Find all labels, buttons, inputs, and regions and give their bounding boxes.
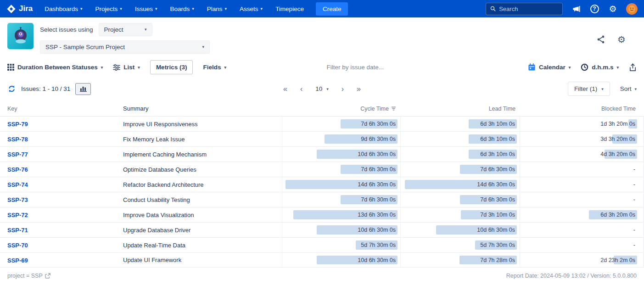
blocked-time-value: - — [633, 162, 635, 177]
jira-logo-icon — [6, 4, 16, 14]
report-settings-button[interactable]: ⚙ — [617, 35, 626, 44]
fields-dropdown[interactable]: Fields ▾ — [203, 64, 226, 71]
key-cell: SSP-73 — [0, 196, 123, 204]
filter-label: Filter (1) — [574, 85, 597, 92]
gear-icon: ⚙ — [609, 5, 616, 13]
issue-key-link[interactable]: SSP-77 — [7, 151, 28, 158]
lead-time-value: 7d 7h 28m 0s — [480, 253, 515, 267]
jira-logo[interactable]: Jira — [6, 4, 33, 14]
summary-cell: Refactor Backend Architecture — [123, 181, 282, 188]
cycle-time-value: 7d 6h 30m 0s — [361, 192, 396, 207]
share-button[interactable] — [596, 35, 605, 44]
sort-dropdown[interactable]: Sort ▾ — [620, 85, 637, 92]
prev-page-button[interactable]: ‹ — [300, 85, 302, 93]
cycle-time-value: 10d 6h 30m 0s — [358, 147, 396, 162]
lead-time-value: 10d 6h 30m 0s — [477, 223, 515, 237]
column-header-cycle-time: Cycle Time — [282, 106, 401, 112]
report-type-dropdown[interactable]: Duration Between Statuses ▾ — [7, 64, 103, 71]
issue-key-link[interactable]: SSP-78 — [7, 136, 28, 143]
search-input[interactable] — [499, 6, 558, 12]
lead-time-value: 7d 6h 30m 0s — [480, 162, 515, 177]
cycle-time-value: 14d 6h 30m 0s — [358, 177, 396, 192]
issue-key-link[interactable]: SSP-69 — [7, 257, 28, 264]
summary-cell: Optimize Database Queries — [123, 166, 282, 173]
nav-right-cluster: ? ⚙ — [486, 3, 638, 15]
page-size-dropdown[interactable]: 10 ▾ — [315, 85, 329, 92]
blocked-time-cell: 2d 23h 2m 0s — [520, 253, 640, 267]
page-size-value: 10 — [315, 85, 322, 92]
issues-count: Issues: 1 - 10 / 31 — [21, 85, 70, 92]
nav-menu-item[interactable]: Projects ▾ — [95, 6, 122, 12]
issue-date-filter-input[interactable] — [326, 64, 427, 71]
lead-time-value: 6d 3h 10m 0s — [480, 147, 515, 162]
time-format-dropdown[interactable]: d.h.m.s ▾ — [581, 63, 619, 71]
issue-key-link[interactable]: SSP-73 — [7, 196, 28, 203]
cycle-time-cell: 5d 7h 30m 0s — [282, 238, 400, 252]
chart-view-toggle[interactable] — [75, 83, 91, 95]
issue-key-link[interactable]: SSP-70 — [7, 242, 28, 249]
chevron-down-icon: ▾ — [138, 65, 140, 70]
nav-menu-item[interactable]: Issues ▾ — [135, 6, 157, 12]
cycle-time-value: 7d 6h 30m 0s — [361, 117, 396, 131]
nav-menu: Dashboards ▾ Projects ▾ Issues ▾ Boards … — [45, 6, 304, 12]
help-button[interactable]: ? — [589, 4, 599, 14]
metrics-button[interactable]: Metrics (3) — [150, 60, 193, 74]
announcements-button[interactable] — [571, 4, 581, 14]
column-header-lead-time: Lead Time — [401, 106, 520, 112]
blocked-time-cell: - — [520, 162, 640, 177]
filter-button[interactable]: Filter (1) ▾ — [568, 82, 610, 96]
first-page-button[interactable]: « — [283, 85, 287, 93]
issue-key-link[interactable]: SSP-72 — [7, 212, 28, 218]
chevron-down-icon: ▾ — [101, 65, 103, 70]
table-row: SSP-79 Improve UI Responsiveness 7d 6h 3… — [0, 116, 644, 131]
app-logo[interactable] — [7, 23, 34, 49]
view-dropdown[interactable]: List ▾ — [113, 64, 140, 71]
chevron-down-icon: ▾ — [202, 45, 204, 49]
table-row: SSP-78 Fix Memory Leak Issue 9d 6h 30m 0… — [0, 131, 644, 146]
nav-menu-item[interactable]: Plans ▾ — [207, 6, 227, 12]
jql-link[interactable]: project = SSP — [7, 273, 50, 279]
issue-key-link[interactable]: SSP-79 — [7, 121, 28, 128]
nav-menu-item[interactable]: Assets ▾ — [240, 6, 263, 12]
lead-time-value: 7d 3h 10m 0s — [480, 207, 515, 222]
chevron-down-icon: ▾ — [225, 7, 227, 11]
create-button[interactable]: Create — [316, 2, 348, 16]
lead-time-value: 6d 3h 10m 0s — [480, 132, 515, 146]
report-toolbar: Duration Between Statuses ▾ List ▾ Metri… — [0, 56, 644, 78]
export-button[interactable] — [629, 63, 637, 72]
last-page-button[interactable]: » — [357, 85, 361, 93]
chevron-down-icon: ▾ — [634, 87, 637, 91]
nav-menu-item[interactable]: Dashboards ▾ — [45, 6, 82, 12]
select-mode-dropdown[interactable]: Project ▾ — [99, 23, 152, 36]
question-mark-icon: ? — [590, 5, 599, 13]
global-search[interactable] — [486, 3, 563, 15]
report-type-label: Duration Between Statuses — [17, 64, 98, 71]
summary-cell: Implement Caching Mechanism — [123, 151, 282, 158]
user-avatar[interactable] — [626, 3, 638, 15]
issue-key-link[interactable]: SSP-71 — [7, 227, 28, 234]
key-cell: SSP-78 — [0, 135, 123, 143]
chevron-down-icon: ▾ — [155, 7, 157, 11]
top-navbar: Jira Dashboards ▾ Projects ▾ Issues ▾ Bo… — [0, 0, 644, 17]
next-page-button[interactable]: › — [342, 85, 344, 93]
issue-key-link[interactable]: SSP-74 — [7, 181, 28, 188]
nav-menu-item[interactable]: Timepiece — [275, 6, 304, 12]
blocked-time-cell: 3d 3h 20m 0s — [520, 132, 640, 146]
calendar-dropdown[interactable]: Calendar ▾ — [528, 63, 571, 71]
project-dropdown[interactable]: SSP - Sample Scrum Project ▾ — [40, 40, 210, 54]
issue-key-link[interactable]: SSP-76 — [7, 166, 28, 173]
refresh-button[interactable] — [7, 84, 16, 93]
lead-time-cell: 6d 3h 10m 0s — [400, 132, 520, 146]
key-cell: SSP-77 — [0, 150, 123, 158]
lead-time-cell: 10d 6h 30m 0s — [400, 223, 520, 237]
nav-menu-item[interactable]: Boards ▾ — [170, 6, 194, 12]
cycle-time-cell: 10d 6h 30m 0s — [282, 223, 400, 237]
settings-button[interactable]: ⚙ — [608, 4, 618, 14]
external-link-icon — [45, 273, 50, 279]
chevron-down-icon: ▾ — [192, 7, 194, 11]
blocked-time-value: - — [633, 192, 635, 207]
column-filter-icon[interactable] — [391, 106, 396, 111]
report-meta: Report Date: 2024-05-09 13:02 / Version:… — [506, 273, 637, 279]
summary-cell: Improve UI Responsiveness — [123, 121, 282, 128]
cycle-time-value: 10d 6h 30m 0s — [358, 253, 396, 267]
